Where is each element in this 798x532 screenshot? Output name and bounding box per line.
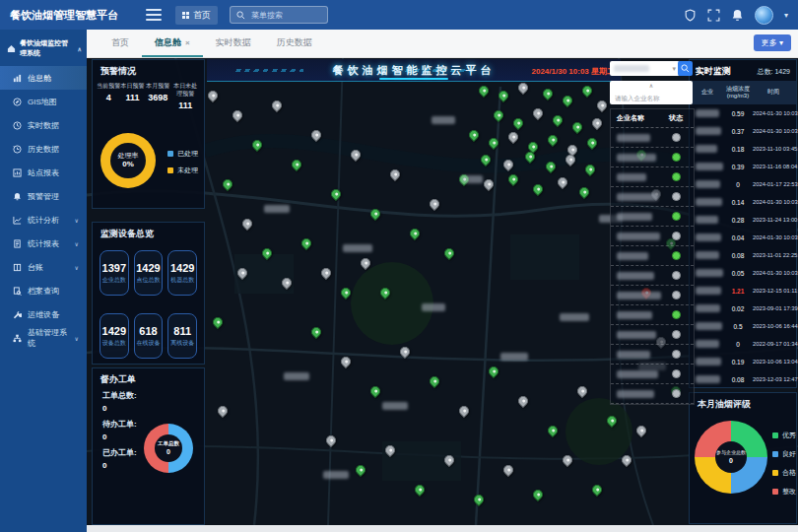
sidebar-item-统计报表[interactable]: 统计报表∨: [0, 232, 87, 255]
company-row[interactable]: [611, 365, 694, 384]
realtime-row[interactable]: 0.182023-11-10 03:45:00: [690, 140, 796, 158]
realtime-monitor-panel: 实时监测 总数: 1429 企业 油烟浓度 (mg/m3) 时间 0.59202…: [689, 59, 797, 388]
tab-实时数据[interactable]: 实时数据: [203, 30, 264, 57]
realtime-row[interactable]: 0.042024-01-30 10:03:00: [690, 229, 796, 246]
alert-stat-value: 111: [171, 100, 200, 110]
company-row[interactable]: [611, 266, 694, 286]
rt-company-redacted: [696, 251, 719, 259]
hamburger-menu-icon[interactable]: [146, 9, 162, 21]
sidebar-item-预警管理[interactable]: 预警管理: [0, 184, 87, 208]
tab-历史数据[interactable]: 历史数据: [264, 30, 325, 57]
sidebar-item-信息舱[interactable]: 信息舱: [0, 66, 87, 90]
realtime-row[interactable]: 0.022023-09-01 17:39:00: [690, 299, 796, 317]
tab-label: 历史数据: [277, 36, 312, 49]
company-row[interactable]: [611, 207, 694, 227]
company-row[interactable]: [611, 167, 694, 187]
shield-icon[interactable]: [684, 9, 697, 22]
company-row[interactable]: [611, 286, 694, 305]
menu-search[interactable]: [230, 6, 328, 24]
map-label-redacted: [461, 175, 483, 183]
map-label-redacted: [432, 116, 455, 124]
sidebar-item-台账[interactable]: 台账∨: [0, 255, 87, 279]
alert-stat: 当前预警4: [97, 83, 120, 110]
company-select-dropdown[interactable]: ▾: [610, 61, 680, 76]
alert-stat: 本日预警111: [120, 83, 144, 110]
tab-首页[interactable]: 首页: [99, 30, 142, 57]
sidebar-item-实时数据[interactable]: 实时数据: [0, 113, 87, 137]
sidebar-item-档案查询[interactable]: 档案查询: [0, 279, 87, 302]
company-name-input[interactable]: [610, 95, 693, 101]
sidebar-item-统计分析[interactable]: 统计分析∨: [0, 208, 87, 232]
fullscreen-icon[interactable]: [707, 9, 720, 22]
rt-timestamp: 2023-11-16 08:04:00: [753, 164, 798, 169]
sidebar-item-历史数据[interactable]: 历史数据: [0, 137, 87, 161]
rt-company-redacted: [696, 233, 721, 241]
device-card-label: 设备总数: [102, 339, 126, 348]
realtime-row[interactable]: 0.392023-11-16 08:04:00: [690, 158, 796, 175]
company-row[interactable]: [611, 345, 694, 365]
company-name-redacted: [617, 173, 646, 181]
ledger-icon: [13, 263, 22, 272]
realtime-row[interactable]: 1.212023-12-15 01:11:00: [690, 282, 796, 299]
more-button[interactable]: 更多 ▾: [754, 34, 791, 51]
sidebar-item-label: 站点报表: [28, 167, 59, 178]
bell-icon[interactable]: [731, 9, 744, 22]
sidebar-item-label: 预警管理: [28, 191, 59, 202]
company-row[interactable]: [611, 148, 694, 167]
company-row[interactable]: [611, 325, 694, 345]
realtime-row[interactable]: 0.52023-10-06 16:44:00: [690, 317, 796, 335]
rt-concentration-value: 0.08: [723, 376, 753, 383]
select-caret-icon: ▾: [672, 65, 676, 73]
company-row[interactable]: [611, 187, 694, 207]
company-name-redacted: [617, 154, 656, 162]
navbar-right-tools: ▾: [684, 6, 788, 25]
company-row[interactable]: [611, 305, 694, 325]
rt-timestamp: 2024-01-17 22:53:00: [753, 181, 798, 187]
process-rate-donut: 处理率 0%: [100, 133, 156, 188]
company-row[interactable]: [611, 246, 694, 266]
realtime-row[interactable]: 0.142024-01-30 10:03:00: [690, 193, 796, 211]
sidebar-item-运维设备[interactable]: 运维设备: [0, 302, 87, 326]
site-report-icon: [13, 168, 22, 177]
realtime-row[interactable]: 0.192023-10-06 13:04:00: [690, 353, 796, 370]
company-name-search[interactable]: [610, 91, 693, 104]
device-stat-card: 618在线设备: [134, 313, 164, 359]
company-name-redacted: [617, 351, 650, 359]
home-quick-tab[interactable]: 首页: [175, 6, 218, 25]
realtime-row[interactable]: 0.082023-12-03 12:47:00: [690, 370, 796, 388]
realtime-row[interactable]: 02022-09-17 01:34:00: [690, 335, 796, 353]
sidebar-item-label: 实时数据: [28, 120, 59, 131]
company-search-button[interactable]: [678, 61, 693, 76]
realtime-row[interactable]: 02024-01-17 22:53:00: [690, 175, 796, 193]
sidebar-item-站点报表[interactable]: 站点报表: [0, 161, 87, 184]
user-avatar[interactable]: [755, 6, 773, 25]
device-stat-card: 811离线设备: [167, 313, 197, 359]
realtime-row[interactable]: 0.372024-01-30 10:03:00: [690, 122, 796, 140]
sidebar-item-GIS地图[interactable]: GIS地图: [0, 90, 87, 113]
realtime-row[interactable]: 0.052024-01-30 10:03:00: [690, 264, 796, 282]
tab-信息舱[interactable]: 信息舱×: [142, 30, 203, 57]
legend-swatch: [772, 470, 778, 476]
realtime-row[interactable]: 0.282023-11-24 13:00:00: [690, 211, 796, 229]
sidebar-item-基础管理系统[interactable]: 基础管理系统∨: [0, 326, 87, 350]
user-menu-caret-icon[interactable]: ▾: [784, 11, 788, 20]
alarm-icon: [13, 192, 22, 201]
tab-close-icon[interactable]: ×: [185, 38, 190, 47]
rt-company-redacted: [696, 163, 723, 170]
realtime-row[interactable]: 0.082023-11-01 22:25:00: [690, 246, 796, 264]
history-icon: [13, 145, 22, 154]
menu-search-input[interactable]: [249, 10, 321, 21]
company-row[interactable]: [611, 384, 694, 404]
company-row[interactable]: [611, 128, 694, 148]
list-collapse-toggle[interactable]: ∧: [610, 81, 693, 91]
rt-company-redacted: [696, 269, 723, 277]
sidebar-group-header[interactable]: 餐饮油烟监控管理系统 ∧: [0, 30, 87, 66]
status-dot-offline: [672, 369, 681, 378]
tab-label: 信息舱: [155, 36, 181, 49]
status-dot-offline: [672, 232, 681, 240]
tab-label: 首页: [111, 36, 129, 49]
realtime-row[interactable]: 0.592024-01-30 10:03:00: [690, 104, 796, 122]
company-row[interactable]: [611, 227, 694, 246]
work-order-panel-title: 督办工单: [93, 368, 204, 389]
company-name-redacted: [617, 134, 650, 142]
